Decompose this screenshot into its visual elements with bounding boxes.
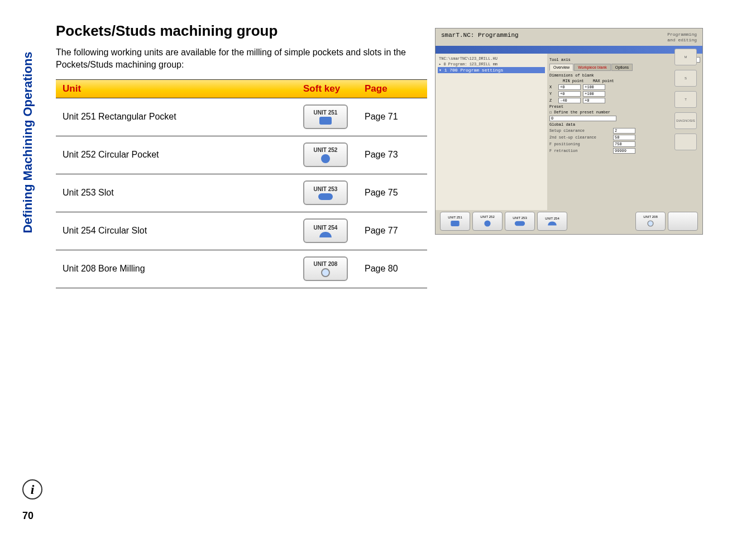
tab-overview[interactable]: Overview	[549, 64, 573, 71]
softkey-label: UNIT 251	[314, 110, 338, 116]
rect-pocket-icon	[451, 221, 459, 226]
ymax-input[interactable]: +100	[583, 91, 605, 97]
fpos-input[interactable]: 750	[613, 141, 635, 147]
zmin-input[interactable]: -40	[558, 98, 581, 103]
tnc-sk-blank[interactable]	[668, 212, 698, 231]
sk-label: UNIT 254	[545, 217, 559, 220]
col-header-soft: Soft key	[303, 83, 365, 94]
zmax-input[interactable]: +0	[583, 98, 605, 103]
y-label: Y	[549, 92, 556, 96]
softkey-label: UNIT 254	[314, 225, 338, 231]
ricon-diag[interactable]: DIAGNOSIS	[674, 112, 697, 129]
sk-label: UNIT 208	[643, 215, 658, 218]
fret-label: F retraction	[549, 149, 611, 153]
tnc-body: TNC:\smarTNC\123_DRILL.HU ▸ 0 Program: 1…	[436, 54, 702, 210]
section-title: Pockets/Studs machining group	[56, 22, 427, 40]
tnc-sk-252[interactable]: UNIT 252	[472, 212, 503, 231]
tree-row[interactable]: ▸ 0 Program: 123_DRILL mm	[438, 61, 545, 67]
tab-workpiece[interactable]: Workpiece blank	[574, 64, 611, 71]
tnc-softkeys: UNIT 251 UNIT 252 UNIT 253 UNIT 254 UNIT…	[440, 212, 698, 231]
tree-text: 700 Program settings	[449, 68, 503, 73]
dims-label: Dimensions of blank	[549, 73, 594, 78]
mode-line1: Programming	[667, 32, 697, 37]
softkey-unit-254[interactable]: UNIT 254	[303, 218, 348, 243]
page-ref[interactable]: Page 80	[365, 264, 420, 274]
fret-input[interactable]: 99999	[613, 148, 635, 154]
sidebar-tab: Defining Machining Operations	[20, 22, 36, 263]
circle-pocket-icon	[321, 154, 330, 163]
tnc-sk-254[interactable]: UNIT 254	[537, 212, 567, 231]
page-ref[interactable]: Page 73	[365, 150, 420, 160]
tnc-title: smarT.NC: Programming	[441, 32, 519, 42]
circular-slot-icon	[548, 221, 556, 225]
preset-label: Preset	[549, 104, 563, 109]
tnc-header: smarT.NC: Programming Programming and ed…	[436, 28, 702, 46]
softkey-label: UNIT 208	[314, 261, 338, 267]
info-icon: i	[22, 479, 42, 499]
tnc-sk-208[interactable]: UNIT 208	[635, 212, 666, 231]
unit-name: Unit 253 Slot	[63, 188, 303, 198]
circular-slot-icon	[319, 232, 332, 237]
slot-icon	[318, 193, 333, 200]
table-row: Unit 251 Rectangular Pocket UNIT 251 Pag…	[56, 98, 427, 136]
table-row: Unit 252 Circular Pocket UNIT 252 Page 7…	[56, 136, 427, 174]
col-header-page: Page	[365, 83, 420, 94]
ricon-extra[interactable]	[674, 134, 697, 150]
unit-name: Unit 208 Bore Milling	[63, 264, 303, 274]
xmin-input[interactable]: +0	[558, 84, 581, 90]
main-content: Pockets/Studs machining group The follow…	[56, 22, 427, 516]
fpos-label: F positioning	[549, 142, 611, 146]
preset-input[interactable]: 0	[549, 116, 616, 121]
unit-name: Unit 251 Rectangular Pocket	[63, 112, 303, 122]
sk-label: UNIT 251	[448, 216, 462, 219]
toolaxis-label: Tool axis	[549, 58, 571, 62]
sidebar-label: Defining Machining Operations	[21, 51, 35, 233]
tnc-mode: Programming and editing	[667, 32, 697, 42]
tnc-right-icons: M S T DIAGNOSIS	[674, 49, 699, 150]
tnc-screenshot: smarT.NC: Programming Programming and ed…	[435, 28, 703, 235]
tnc-sk-251[interactable]: UNIT 251	[440, 212, 470, 231]
sk-label: UNIT 252	[480, 215, 495, 218]
tnc-sk-253[interactable]: UNIT 253	[505, 212, 535, 231]
ymin-input[interactable]: +0	[558, 91, 581, 97]
info-glyph: i	[31, 482, 35, 497]
tab-options[interactable]: Options	[611, 64, 633, 71]
maxpt-label: MAX point	[593, 79, 614, 83]
page-ref[interactable]: Page 75	[365, 188, 420, 198]
page-ref[interactable]: Page 71	[365, 112, 420, 122]
preset-define[interactable]: Define the preset number	[554, 110, 610, 115]
bore-milling-icon	[647, 220, 653, 226]
page-ref[interactable]: Page 77	[365, 226, 420, 236]
softkey-label: UNIT 253	[314, 186, 338, 192]
softkey-label: UNIT 252	[314, 147, 338, 153]
second-cl-input[interactable]: 50	[613, 135, 635, 140]
softkey-unit-251[interactable]: UNIT 251	[303, 104, 348, 129]
tree-idx: 1	[444, 68, 447, 73]
ricon-t[interactable]: T	[674, 91, 697, 108]
softkey-unit-208[interactable]: UNIT 208	[303, 256, 348, 281]
ricon-s[interactable]: S	[674, 70, 697, 87]
tnc-bluebar	[436, 46, 702, 54]
setup-cl-input[interactable]: 2	[613, 128, 635, 134]
unit-table: Unit Soft key Page Unit 251 Rectangular …	[56, 79, 427, 288]
tnc-tree: TNC:\smarTNC\123_DRILL.HU ▸ 0 Program: 1…	[436, 54, 547, 210]
circle-pocket-icon	[484, 220, 490, 226]
softkey-unit-253[interactable]: UNIT 253	[303, 180, 348, 205]
tree-path: TNC:\smarTNC\123_DRILL.HU	[438, 56, 545, 61]
second-cl-label: 2nd set-up clearance	[549, 135, 611, 140]
tree-row-selected[interactable]: ▾ 1 700 Program settings	[438, 67, 545, 73]
x-label: X	[549, 85, 556, 89]
global-label: Global data	[549, 122, 575, 127]
setup-cl-label: Setup clearance	[549, 129, 611, 133]
xmax-input[interactable]: +100	[583, 84, 605, 90]
softkey-unit-252[interactable]: UNIT 252	[303, 142, 348, 167]
mode-line2: and editing	[667, 37, 697, 43]
z-label: Z	[549, 98, 556, 103]
ricon-m[interactable]: M	[674, 49, 697, 65]
table-header: Unit Soft key Page	[56, 79, 427, 98]
unit-name: Unit 252 Circular Pocket	[63, 150, 303, 160]
unit-name: Unit 254 Circular Slot	[63, 226, 303, 236]
bore-milling-icon	[321, 268, 330, 277]
table-row: Unit 254 Circular Slot UNIT 254 Page 77	[56, 212, 427, 250]
intro-text: The following working units are availabl…	[56, 46, 427, 72]
